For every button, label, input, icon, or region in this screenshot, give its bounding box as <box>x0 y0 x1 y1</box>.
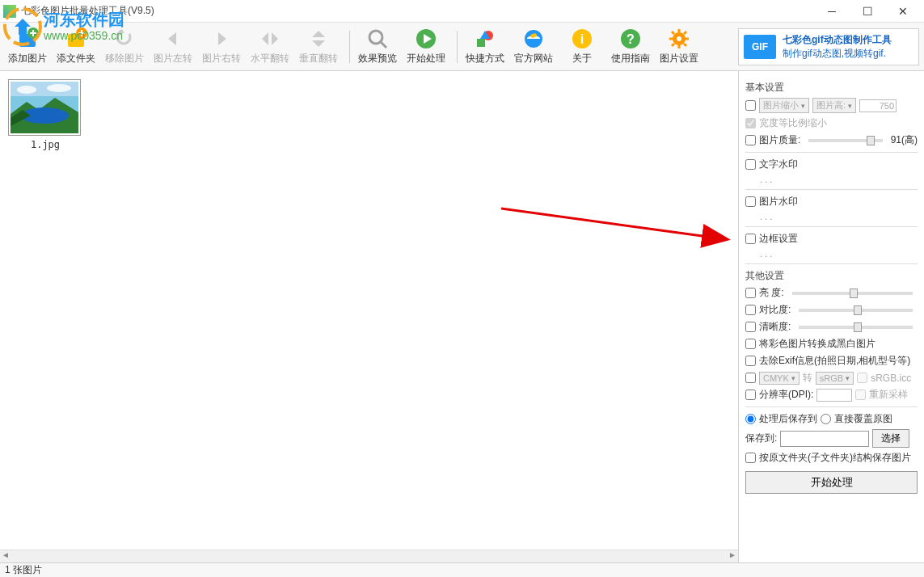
toolbar-label: 开始处理 <box>407 52 445 65</box>
save-path-input[interactable] <box>780 431 869 447</box>
sharpness-checkbox[interactable] <box>745 322 756 332</box>
save-to-radio-label: 处理后保存到 <box>759 412 817 426</box>
bw-checkbox[interactable] <box>745 339 756 349</box>
svg-marker-11 <box>272 32 278 45</box>
ratio-label: 宽度等比例缩小 <box>759 116 827 130</box>
info-icon: i <box>571 27 593 50</box>
toolbar-undo-button: 移除图片 <box>102 26 147 67</box>
gif-ad-subtitle: 制作gif动态图,视频转gif. <box>783 47 892 61</box>
undo-icon <box>113 27 136 50</box>
contrast-label: 对比度: <box>759 303 791 317</box>
exif-checkbox[interactable] <box>745 356 756 366</box>
cmyk-mid-label: 转 <box>803 371 812 385</box>
titlebar: 七彩色图片批量处理工具(V9.5) ─ ☐ ✕ <box>0 0 924 23</box>
resample-label: 重新采样 <box>869 388 908 402</box>
dpi-label: 分辨率(DPI): <box>759 388 813 402</box>
start-process-button[interactable]: 开始处理 <box>745 471 918 494</box>
brightness-checkbox[interactable] <box>745 288 756 298</box>
toolbar-label: 图片右转 <box>202 52 241 65</box>
keep-structure-label: 按原文件夹(子文件夹)结构保存图片 <box>759 451 911 465</box>
quality-slider[interactable] <box>808 139 882 142</box>
contrast-slider[interactable] <box>799 309 913 312</box>
sharpness-slider[interactable] <box>799 326 913 329</box>
toolbar-label: 水平翻转 <box>251 52 289 65</box>
shrink-combo[interactable]: 图片缩小 <box>759 98 809 113</box>
minimize-button[interactable]: ─ <box>814 0 850 23</box>
border-label: 边框设置 <box>759 232 798 246</box>
svg-text:?: ? <box>627 32 635 46</box>
maximize-button[interactable]: ☐ <box>850 0 885 23</box>
text-watermark-dots: . . . <box>760 175 918 184</box>
save-to-label: 保存到: <box>745 432 777 445</box>
window-title: 七彩色图片批量处理工具(V9.5) <box>21 4 814 18</box>
play-icon <box>415 27 437 50</box>
toolbar-plus-button[interactable]: 添文件夹 <box>53 26 99 67</box>
quality-value: 91(高) <box>891 133 918 147</box>
toolbar: 添加图片添文件夹移除图片图片左转图片右转水平翻转垂直翻转效果预览开始处理快捷方式… <box>0 23 924 71</box>
cmyk-checkbox[interactable] <box>745 373 756 383</box>
text-watermark-checkbox[interactable] <box>745 159 756 170</box>
border-checkbox[interactable] <box>745 234 756 244</box>
toolbar-plus-button[interactable]: 添加图片 <box>5 26 50 67</box>
brightness-slider[interactable] <box>792 292 913 295</box>
svg-marker-9 <box>218 32 226 45</box>
svg-line-15 <box>381 42 386 48</box>
image-watermark-checkbox[interactable] <box>745 196 756 207</box>
height-combo[interactable]: 图片高: <box>812 98 856 113</box>
toolbar-label: 添加图片 <box>8 52 47 65</box>
toolbar-label: 图片左转 <box>154 52 192 65</box>
svg-line-36 <box>684 32 686 34</box>
settings-panel: 基本设置 图片缩小 图片高: 750 宽度等比例缩小 图片质量: 91(高) 文… <box>738 71 924 567</box>
toolbar-help-button[interactable]: ?使用指南 <box>608 26 653 67</box>
toolbar-gear-button[interactable]: 图片设置 <box>656 26 702 67</box>
toolbar-ie-button[interactable]: 官方网站 <box>511 26 556 67</box>
thumbnail-item[interactable]: 1.jpg <box>8 79 82 150</box>
keep-structure-checkbox[interactable] <box>745 453 756 463</box>
close-button[interactable]: ✕ <box>885 0 921 23</box>
thumbnail-area[interactable]: 1.jpg <box>0 71 738 567</box>
dpi-input[interactable] <box>816 389 852 402</box>
toolbar-play-button[interactable]: 开始处理 <box>403 26 449 67</box>
cmyk-to-combo[interactable]: sRGB <box>816 372 854 385</box>
overwrite-radio[interactable] <box>821 414 831 424</box>
svg-marker-8 <box>168 32 176 45</box>
gif-ad-title: 七彩色gif动态图制作工具 <box>783 33 892 47</box>
contrast-checkbox[interactable] <box>745 305 756 315</box>
browse-button[interactable]: 选择 <box>872 429 909 448</box>
svg-rect-18 <box>477 39 485 47</box>
quality-checkbox[interactable] <box>745 135 756 145</box>
toolbar-info-button[interactable]: i关于 <box>559 26 605 67</box>
quality-label: 图片质量: <box>759 133 800 147</box>
gif-ad[interactable]: GIF 七彩色gif动态图制作工具 制作gif动态图,视频转gif. <box>738 28 919 65</box>
toolbar-zoom-button[interactable]: 效果预览 <box>355 26 400 67</box>
svg-marker-12 <box>312 31 325 37</box>
image-watermark-dots: . . . <box>760 212 918 221</box>
thumbnail-filename: 1.jpg <box>8 139 82 150</box>
save-to-radio[interactable] <box>745 414 756 424</box>
toolbar-shapes-button[interactable]: 快捷方式 <box>462 26 508 67</box>
thumbnail-image <box>8 79 81 136</box>
text-watermark-label: 文字水印 <box>759 158 798 171</box>
horizontal-scrollbar[interactable] <box>0 550 738 562</box>
other-settings-title: 其他设置 <box>745 269 918 283</box>
toolbar-label: 添文件夹 <box>57 52 95 65</box>
height-spinner[interactable]: 750 <box>859 99 897 112</box>
toolbar-label: 官方网站 <box>514 52 553 65</box>
border-dots: . . . <box>760 249 918 259</box>
bw-label: 将彩色图片转换成黑白图片 <box>759 337 875 351</box>
vflip-icon <box>307 27 330 50</box>
plus-icon <box>65 27 87 50</box>
shapes-icon <box>474 27 496 50</box>
ratio-checkbox <box>745 118 756 128</box>
toolbar-label: 使用指南 <box>611 52 650 65</box>
sharpness-label: 清晰度: <box>759 320 791 334</box>
toolbar-label: 图片设置 <box>660 52 698 65</box>
dpi-checkbox[interactable] <box>745 390 756 400</box>
toolbar-separator <box>457 31 458 63</box>
svg-point-14 <box>369 31 382 44</box>
toolbar-hflip-button: 水平翻转 <box>247 26 293 67</box>
cmyk-from-combo[interactable]: CMYK <box>759 372 800 385</box>
toolbar-label: 移除图片 <box>105 52 144 65</box>
help-icon: ? <box>619 27 642 50</box>
shrink-checkbox[interactable] <box>745 100 756 111</box>
